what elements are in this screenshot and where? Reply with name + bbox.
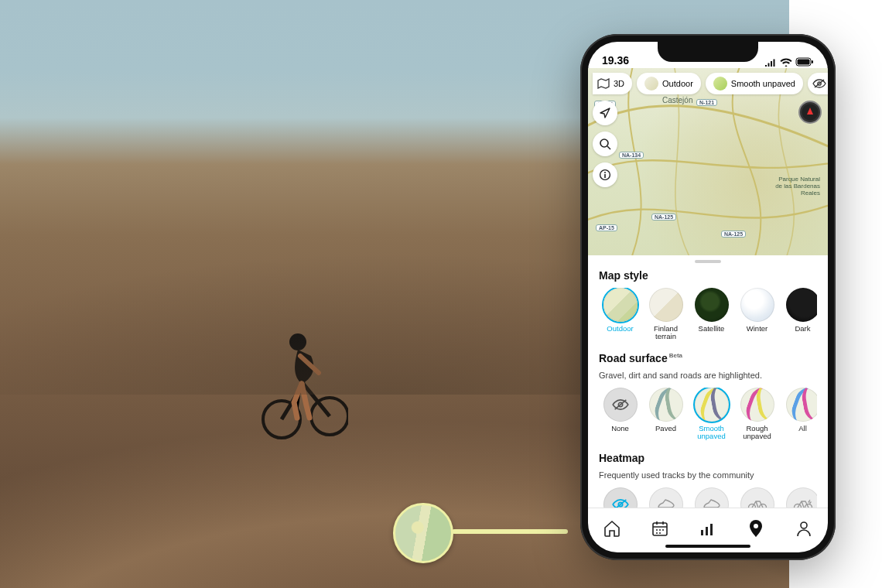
opt-label: All	[798, 425, 807, 432]
locate-button[interactable]	[593, 101, 617, 125]
tab-calendar[interactable]	[644, 520, 675, 537]
heatmap-ebike[interactable]	[781, 487, 817, 508]
road-surface-sub: Gravel, dirt and sand roads are highligh…	[599, 371, 817, 380]
map-style-title: Map style	[599, 269, 817, 282]
opt-label: Paved	[655, 425, 676, 432]
chip-label: 3D	[614, 79, 624, 88]
map-3d-chip[interactable]: 3D	[593, 73, 632, 94]
pin-icon	[747, 519, 764, 538]
surface-none[interactable]: None	[599, 388, 641, 441]
road-tag: NA-125	[651, 214, 676, 220]
tab-home[interactable]	[597, 520, 627, 537]
search-button[interactable]	[593, 132, 617, 156]
profile-icon	[795, 520, 812, 537]
place-label: Parque Natural de las Bardenas Reales	[775, 176, 820, 197]
ebike-icon	[786, 487, 818, 508]
chip-label: Outdoor	[662, 79, 693, 88]
road-tag: NA-125	[721, 231, 746, 238]
swatch-winter-icon	[740, 288, 774, 322]
svg-rect-30	[701, 530, 703, 535]
surface-all[interactable]: All	[781, 388, 817, 441]
phone-mockup: 19.36	[580, 34, 836, 560]
svg-rect-4	[798, 60, 810, 65]
home-icon	[603, 520, 621, 537]
heatmap-run[interactable]	[644, 487, 687, 508]
tab-stats[interactable]	[692, 521, 723, 536]
svg-point-28	[656, 532, 658, 534]
svg-rect-5	[812, 60, 813, 63]
map-style-winter[interactable]: Winter	[736, 288, 778, 341]
map-view[interactable]: AP-15 AP-15 N-121 NA-134 NA-125 NA-125 C…	[588, 68, 828, 255]
calendar-icon	[651, 520, 669, 537]
road-tag: NA-134	[619, 152, 644, 159]
cellular-icon	[764, 58, 777, 67]
heatmap-title: Heatmap	[599, 452, 817, 464]
heatmap-sub: Frequently used tracks by the community	[599, 470, 817, 480]
swatch-paved-icon	[649, 388, 683, 422]
surface-smooth[interactable]: Smooth unpaved	[690, 388, 733, 441]
surface-rough[interactable]: Rough unpaved	[736, 388, 778, 441]
beta-badge: Beta	[669, 352, 682, 359]
map-surface-chip[interactable]: Smooth unpaved	[706, 73, 803, 94]
svg-point-33	[754, 524, 758, 528]
tab-profile[interactable]	[788, 520, 819, 537]
map-style-dark[interactable]: Dark	[781, 288, 817, 341]
svg-point-2	[289, 333, 306, 350]
home-indicator	[665, 545, 750, 548]
road-surface-title: Road surfaceBeta	[599, 352, 817, 364]
compass-button[interactable]	[798, 101, 822, 124]
map-style-outdoor[interactable]: Outdoor	[599, 288, 641, 341]
opt-label: Dark	[795, 325, 810, 333]
swatch-satellite-icon	[695, 288, 729, 322]
road-tag: AP-15	[596, 224, 617, 231]
eye-off-icon	[603, 388, 638, 422]
svg-rect-32	[710, 524, 713, 535]
heatmap-walk[interactable]	[690, 487, 733, 508]
info-icon	[599, 169, 611, 181]
surface-paved[interactable]: Paved	[644, 388, 687, 441]
search-icon	[599, 138, 611, 150]
phone-notch	[658, 42, 758, 62]
bike-icon	[740, 487, 774, 508]
bars-icon	[699, 521, 716, 536]
surface-swatch-icon	[713, 77, 727, 91]
eye-off-icon	[812, 78, 826, 89]
shoe-icon	[695, 487, 729, 508]
tab-map[interactable]	[740, 519, 771, 538]
svg-point-8	[600, 139, 608, 147]
opt-label: Smooth unpaved	[690, 425, 733, 441]
shoe-icon	[649, 487, 683, 508]
opt-label: Satellite	[699, 325, 725, 333]
status-time: 19.36	[602, 54, 629, 67]
svg-rect-12	[604, 174, 606, 178]
swatch-all-icon	[786, 388, 818, 422]
road-surface-row: None Paved Smooth unpaved Rough unpaved …	[599, 388, 817, 441]
place-label: Castejón	[662, 96, 692, 104]
map-visibility-chip[interactable]	[808, 73, 828, 94]
swatch-rough-icon	[740, 388, 774, 422]
svg-line-9	[607, 146, 610, 149]
swatch-outdoor-icon	[603, 288, 638, 322]
svg-point-29	[659, 532, 661, 534]
map-style-finland[interactable]: Finland terrain	[644, 288, 687, 341]
swatch-dark-icon	[786, 288, 818, 322]
cyclist-illustration	[255, 309, 348, 441]
info-button[interactable]	[593, 162, 617, 187]
heatmap-row	[599, 487, 817, 508]
drag-handle[interactable]	[695, 260, 721, 263]
battery-icon	[795, 57, 814, 67]
svg-point-34	[801, 522, 807, 528]
style-swatch-icon	[644, 77, 658, 91]
overlay-swatch-icon	[393, 503, 453, 563]
road-tag: N-121	[696, 99, 717, 106]
heatmap-none[interactable]	[599, 487, 641, 508]
svg-rect-31	[706, 527, 708, 535]
map-options-panel: Map style Outdoor Finland terrain Satell…	[588, 255, 828, 508]
overlay-swatch-line	[452, 529, 568, 534]
chip-label: Smooth unpaved	[731, 79, 795, 88]
opt-label: Outdoor	[607, 325, 633, 333]
map-style-chip[interactable]: Outdoor	[637, 73, 701, 94]
map-style-satellite[interactable]: Satellite	[690, 288, 733, 341]
heatmap-bike[interactable]	[736, 487, 778, 508]
eye-off-icon	[603, 487, 638, 508]
